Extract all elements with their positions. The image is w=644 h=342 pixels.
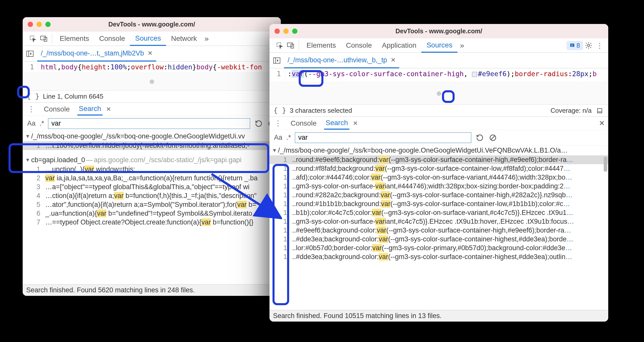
file-tab[interactable]: /_/mss/boq-one-…t,_stam,jMb2Vb ✕ — [37, 46, 156, 62]
refresh-icon[interactable] — [254, 119, 263, 128]
editor-status: { } Line 1, Column 6645 — [23, 91, 281, 103]
result-line-number: 1 — [280, 244, 287, 252]
result-file-path: /_/mss/boq-one-google/_/ss/k=boq-one-goo… — [278, 147, 568, 154]
match-case-icon[interactable]: Aa — [274, 134, 282, 141]
drawer-tab-search[interactable]: Search — [77, 103, 103, 116]
file-tab[interactable]: /_/mss/boq-one-…uthview,_b,_tp ✕ — [284, 53, 399, 68]
window-title: DevTools - www.google.com/ — [23, 21, 281, 28]
more-tabs-icon[interactable]: » — [457, 41, 467, 50]
zoom-window-icon[interactable] — [292, 28, 297, 34]
drawer-tab-console[interactable]: Console — [42, 103, 71, 116]
result-line[interactable]: 1..#e9eef6;background-color:var(--gm3-sy… — [269, 226, 608, 235]
minimap[interactable] — [23, 73, 281, 91]
svg-rect-8 — [287, 43, 292, 47]
drawer-menu-icon[interactable]: ⋮ — [273, 119, 283, 127]
result-line-number: 1 — [280, 174, 287, 181]
minimap[interactable] — [269, 82, 608, 105]
editor-status: { } 3 characters selected Coverage: n/a — [269, 105, 608, 117]
drawer-close-icon[interactable]: ✕ — [599, 119, 605, 127]
result-file-path: /_/mss/boq-one-google/_/ss/k=boq-one-goo… — [31, 132, 245, 140]
drawer-tab-close-icon[interactable]: ✕ — [353, 120, 358, 127]
drawer-tab-console[interactable]: Console — [289, 117, 318, 130]
result-line[interactable]: 1..lor:#0b57d0;border-color:var(--gm3-sy… — [269, 244, 608, 252]
close-window-icon[interactable] — [28, 22, 33, 27]
drawer-tab-search[interactable]: Search — [324, 117, 350, 130]
result-file-header[interactable]: ▼ /_/mss/boq-one-google/_/ss/k=boq-one-g… — [269, 146, 608, 155]
result-line[interactable]: 1..#dde3ea;background-color:var(--gm3-sy… — [269, 235, 608, 244]
result-line[interactable]: 1..gm3-sys-color-on-surface-variant,#444… — [269, 182, 608, 191]
regex-icon[interactable]: .* — [40, 120, 44, 127]
zoom-window-icon[interactable] — [45, 22, 51, 27]
result-line-text: ..#dde3ea;background-color:var(--gm3-sys… — [292, 253, 572, 261]
search-results: ▼ /_/mss/boq-one-google/_/ss/k=boq-one-g… — [269, 146, 608, 310]
result-line[interactable]: 1 …t:100%;overflow:hidden}body{-webkit-f… — [23, 141, 281, 150]
drawer-tab-close-icon[interactable]: ✕ — [106, 106, 111, 113]
close-window-icon[interactable] — [275, 28, 280, 34]
kebab-icon[interactable]: ⋮ — [594, 40, 605, 51]
result-line[interactable]: 1..#dde3ea;background-color:var(--gm3-sy… — [269, 252, 608, 261]
device-toolbar-icon[interactable] — [285, 40, 296, 51]
result-line[interactable]: 1..round:#f8fafd;background:var(--gm3-sy… — [269, 164, 608, 173]
search-input[interactable] — [48, 118, 250, 129]
refresh-icon[interactable] — [475, 133, 484, 142]
result-line[interactable]: 1..round:#e9eef6;background:var(--gm3-sy… — [269, 155, 608, 164]
result-line[interactable]: 3…a=["object"==typeof globalThis&&global… — [23, 183, 281, 191]
drawer-menu-icon[interactable]: ⋮ — [26, 105, 36, 113]
result-line[interactable]: 1..round:#282a2c;background:var(--gm3-sy… — [269, 191, 608, 200]
minimize-window-icon[interactable] — [283, 28, 289, 34]
inspect-icon[interactable] — [274, 40, 285, 51]
navigator-toggle-icon[interactable] — [25, 49, 35, 59]
search-footer: Search finished. Found 10515 matching li… — [269, 310, 608, 322]
result-line[interactable]: 4…ction(a){if(a)return a;var b=function(… — [23, 191, 281, 200]
result-line[interactable]: 2var ia,ja,la,sa,ta,xa,ya,Ba;_.ca=functi… — [23, 174, 281, 183]
result-file-header[interactable]: ▼ /_/mss/boq-one-google/_/ss/k=boq-one-g… — [23, 131, 281, 141]
result-line[interactable]: 7…==typeof Object.create?Object.create:f… — [23, 218, 281, 227]
more-tabs-icon[interactable]: » — [202, 34, 211, 43]
settings-icon[interactable] — [583, 40, 594, 51]
result-line[interactable]: 1..gm3-sys-color-on-surface-variant,#c4c… — [269, 217, 608, 226]
tab-elements[interactable]: Elements — [301, 38, 341, 52]
tab-console[interactable]: Console — [341, 38, 377, 52]
ellipsis-icon: … — [567, 156, 573, 163]
result-line[interactable]: 5…ator",function(a){if(a)return a;a=Symb… — [23, 200, 281, 209]
tab-console[interactable]: Console — [94, 32, 130, 46]
navigator-toggle-icon[interactable] — [272, 56, 282, 65]
result-line[interactable]: 1…unction(_){var window=this; — [23, 165, 281, 174]
file-tab-row: /_/mss/boq-one-…uthview,_b,_tp ✕ — [269, 53, 608, 68]
tab-sources[interactable]: Sources — [421, 39, 457, 53]
search-footer: Search finished. Found 5620 matching lin… — [23, 284, 281, 296]
match-case-icon[interactable]: Aa — [27, 120, 36, 127]
tab-sources[interactable]: Sources — [130, 32, 166, 46]
file-tab-label: /_/mss/boq-one-…t,_stam,jMb2Vb — [41, 49, 144, 57]
result-line[interactable]: 1..round:#1b1b1b;background:var(--gm3-sy… — [269, 200, 608, 208]
inspect-icon[interactable] — [27, 33, 38, 44]
search-input[interactable] — [295, 132, 471, 143]
clear-icon[interactable] — [488, 133, 497, 142]
tab-application[interactable]: Application — [377, 38, 421, 52]
result-line[interactable]: 1..b1b);color:#c4c7c5;color:var(--gm3-sy… — [269, 208, 608, 217]
ellipsis-icon: … — [563, 200, 570, 208]
close-file-tab-icon[interactable]: ✕ — [148, 50, 153, 57]
issues-badge[interactable]: 8 — [566, 41, 583, 50]
ellipsis-icon: … — [564, 226, 571, 234]
line-number: 1 — [23, 62, 38, 73]
format-icon[interactable]: { } — [274, 106, 286, 115]
search-bar: Aa .* — [269, 130, 608, 146]
tab-network[interactable]: Network — [166, 32, 202, 46]
regex-icon[interactable]: .* — [286, 134, 291, 141]
device-toolbar-icon[interactable] — [38, 33, 49, 44]
result-line-number: 1 — [280, 165, 287, 173]
drawer-tabs: ⋮ Console Search ✕ — [23, 103, 281, 116]
coverage-icon[interactable] — [595, 106, 604, 115]
tab-elements[interactable]: Elements — [55, 32, 94, 46]
scrollbar-thumb[interactable] — [604, 157, 607, 172]
minimize-window-icon[interactable] — [37, 22, 42, 27]
code-editor[interactable]: 1 html,body{height:100%;overflow:hidden}… — [23, 62, 281, 73]
result-line-text: …a=["object"==typeof globalThis&&globalT… — [45, 183, 250, 191]
result-file-header[interactable]: ▼ cb=gapi.loaded_0 — apis.google.com/_/s… — [23, 155, 281, 165]
format-icon[interactable]: { } — [27, 92, 40, 101]
close-file-tab-icon[interactable]: ✕ — [391, 56, 396, 64]
code-editor[interactable]: 1 :var(--gm3-sys-color-surface-container… — [269, 68, 608, 82]
result-line[interactable]: 1..afd);color:#444746;color:var(--gm3-sy… — [269, 173, 608, 182]
result-line[interactable]: 6_.ua=function(a){var b="undefined"!=typ… — [23, 209, 281, 218]
